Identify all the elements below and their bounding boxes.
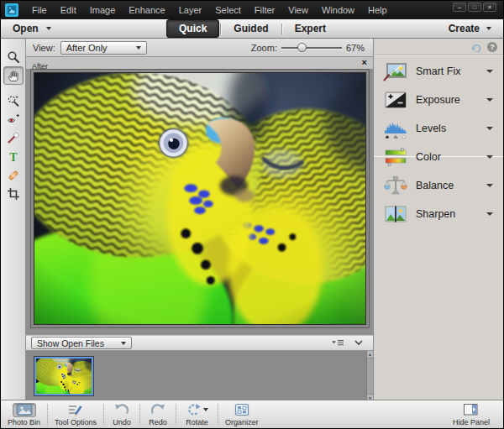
photo-bin-header-bar: Show Open Files — [26, 335, 373, 351]
adjustment-label: Exposure — [416, 94, 460, 106]
quick-selection-tool[interactable] — [3, 92, 24, 110]
zoom-label: Zoom: — [251, 43, 277, 53]
sharpen-icon — [383, 203, 408, 225]
adjustment-balance[interactable]: Balance — [374, 171, 504, 200]
photo-canvas[interactable] — [34, 72, 366, 325]
reset-icon[interactable] — [470, 43, 482, 52]
tool-palette: T — [1, 39, 26, 400]
view-label: View: — [33, 43, 55, 53]
red-eye-icon — [7, 112, 20, 126]
undo-icon — [113, 403, 130, 416]
adjustment-smart-fix[interactable]: Smart Fix — [374, 57, 504, 86]
tool-options-button[interactable]: Tool Options — [48, 400, 103, 428]
zoom-tool[interactable] — [3, 48, 24, 66]
view-dropdown[interactable]: After Only — [60, 41, 147, 55]
menu-enhance[interactable]: Enhance — [122, 1, 171, 19]
caret-down-icon[interactable] — [486, 98, 493, 102]
magnifier-icon — [7, 50, 20, 64]
budgerigars-photo — [34, 73, 365, 324]
close-icon[interactable]: × — [362, 57, 367, 68]
zoom-slider[interactable] — [281, 41, 342, 55]
adjustment-label: Sharpen — [416, 208, 455, 220]
adjustment-label: Smart Fix — [416, 65, 460, 77]
adjustment-color[interactable]: Color — [374, 143, 504, 171]
menu-edit[interactable]: Edit — [54, 1, 83, 19]
collapse-chevron-icon[interactable] — [354, 340, 363, 346]
panel-menu-icon[interactable] — [332, 339, 344, 347]
tab-guided[interactable]: Guided — [222, 20, 280, 37]
menu-help[interactable]: Help — [361, 1, 394, 19]
smart-fix-icon — [383, 60, 408, 82]
color-icon — [383, 146, 408, 168]
zoom-slider-thumb[interactable] — [297, 43, 307, 52]
photo-bin-panel: ▲ ▼ — [26, 351, 373, 401]
menu-file[interactable]: File — [25, 1, 54, 19]
quick-selection-icon — [7, 94, 20, 107]
rotate-icon — [186, 403, 201, 416]
photo-bin-button[interactable]: Photo Bin — [1, 400, 47, 428]
button-label: Undo — [113, 418, 131, 426]
hand-tool[interactable] — [3, 66, 24, 85]
maximize-button[interactable]: □ — [468, 3, 481, 12]
menu-layer[interactable]: Layer — [172, 1, 209, 19]
balance-icon — [383, 175, 408, 196]
type-tool[interactable]: T — [3, 148, 24, 166]
spot-healing-brush-tool[interactable] — [3, 166, 24, 185]
menu-select[interactable]: Select — [208, 1, 248, 19]
menu-window[interactable]: Window — [315, 1, 361, 19]
whiten-teeth-tool[interactable] — [3, 128, 24, 147]
caret-down-icon[interactable] — [486, 127, 493, 130]
help-icon[interactable]: ? — [487, 42, 497, 52]
redo-icon — [150, 403, 166, 416]
exposure-icon — [383, 89, 408, 111]
caret-down-icon[interactable] — [486, 70, 493, 73]
rotate-button[interactable]: Rotate — [176, 400, 218, 428]
tool-options-bar: View: After Only Zoom: 67% — [26, 39, 373, 57]
svg-text:T: T — [9, 151, 18, 164]
scroll-up-icon[interactable]: ▲ — [367, 351, 373, 358]
caret-down-icon[interactable] — [486, 155, 493, 159]
levels-icon — [383, 118, 408, 139]
adjustment-levels[interactable]: Levels — [374, 114, 504, 143]
photo-thumbnail-selected[interactable] — [34, 357, 93, 395]
menu-filter[interactable]: Filter — [248, 1, 281, 19]
redo-button[interactable]: Redo — [140, 400, 176, 428]
undo-button[interactable]: Undo — [104, 400, 139, 428]
toothbrush-icon — [7, 131, 20, 144]
minimize-button[interactable]: – — [453, 3, 466, 12]
bandaid-icon — [7, 169, 20, 182]
tab-quick[interactable]: Quick — [166, 19, 219, 38]
photo-bin-scrollbar[interactable]: ▲ ▼ — [366, 351, 373, 401]
image-frame — [30, 69, 370, 328]
create-button[interactable]: Create — [449, 19, 491, 38]
menu-view[interactable]: View — [281, 1, 315, 19]
tab-expert[interactable]: Expert — [283, 20, 338, 37]
create-label: Create — [449, 23, 480, 34]
caret-down-icon[interactable] — [486, 184, 493, 187]
caret-down-icon[interactable] — [486, 212, 493, 216]
adjustment-label: Balance — [416, 180, 454, 191]
thumbnail-image — [36, 358, 92, 394]
menu-image[interactable]: Image — [83, 1, 123, 19]
button-label: Tool Options — [55, 418, 97, 426]
tool-options-icon — [67, 403, 84, 416]
tab-divider — [220, 24, 221, 34]
photo-bin-icon — [16, 403, 33, 416]
app-logo-icon — [5, 3, 18, 17]
crop-tool[interactable] — [3, 185, 24, 203]
hide-panel-button[interactable]: Hide Panel — [446, 400, 496, 428]
organizer-button[interactable]: Organizer — [218, 400, 265, 428]
show-open-files-dropdown[interactable]: Show Open Files — [31, 337, 132, 349]
adjustment-label: Color — [416, 151, 441, 163]
close-button[interactable]: × — [483, 3, 496, 12]
red-eye-removal-tool[interactable] — [3, 110, 24, 128]
tab-divider — [281, 24, 282, 34]
button-label: Photo Bin — [8, 418, 40, 426]
zoom-slider-track[interactable] — [281, 47, 342, 49]
adjustment-sharpen[interactable]: Sharpen — [374, 200, 504, 228]
mode-tabs: Quick Guided Expert — [166, 19, 338, 38]
button-label: Organizer — [225, 418, 259, 426]
adjustment-exposure[interactable]: Exposure — [374, 86, 504, 114]
open-button[interactable]: Open — [13, 19, 51, 38]
zoom-value: 67% — [346, 43, 365, 53]
